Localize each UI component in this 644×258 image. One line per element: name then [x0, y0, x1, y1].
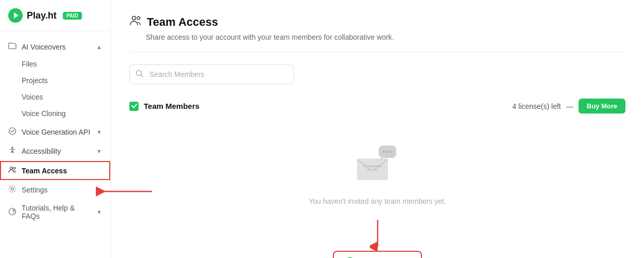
add-members-area: Add Members [333, 220, 422, 258]
svg-line-13 [141, 75, 143, 77]
page-subtitle: Share access to your account with your t… [146, 33, 625, 41]
play-button-logo [8, 8, 23, 23]
license-info: 4 license(s) left — Buy More [513, 99, 625, 114]
sidebar-item-projects[interactable]: Projects [0, 72, 110, 89]
nav-group-voice-api: Voice Generation API ▼ [0, 123, 110, 141]
chevron-down-icon: ▼ [96, 129, 102, 135]
nav-group-ai-voiceovers: AI Voiceovers ▲ Files Projects Voices Vo… [0, 38, 110, 122]
sidebar-nav: AI Voiceovers ▲ Files Projects Voices Vo… [0, 31, 110, 258]
svg-point-18 [382, 151, 385, 153]
sidebar-item-voices[interactable]: Voices [0, 89, 110, 105]
search-input[interactable] [129, 64, 294, 84]
settings-label: Settings [22, 186, 48, 194]
settings-icon [8, 185, 16, 195]
ai-voiceovers-items: Files Projects Voices Voice Cloning [0, 56, 110, 122]
dash-separator: — [566, 102, 573, 110]
sidebar-item-settings[interactable]: Settings [0, 180, 110, 199]
tutorials-icon: ? [8, 207, 16, 217]
team-access-label: Team Access [22, 167, 67, 175]
svg-point-20 [389, 151, 392, 153]
svg-rect-16 [366, 169, 379, 171]
section-title: Team Members [129, 102, 199, 111]
checked-icon [129, 102, 139, 111]
search-icon [135, 70, 143, 79]
search-bar [129, 64, 294, 84]
buy-more-button[interactable]: Buy More [579, 99, 625, 114]
svg-point-3 [10, 167, 13, 170]
app-name: Play.ht [27, 10, 57, 21]
accessibility-label: Accessibility [22, 147, 61, 155]
accessibility-icon [8, 146, 16, 156]
chevron-down-icon-2: ▼ [96, 148, 102, 154]
sidebar: Play.ht PAID AI Voiceovers ▲ Files [0, 0, 111, 258]
empty-state: You haven't invited any team members yet… [129, 130, 625, 258]
empty-illustration [352, 140, 403, 189]
team-access-title-icon [129, 14, 142, 30]
svg-text:?: ? [12, 209, 15, 215]
team-members-header: Team Members 4 license(s) left — Buy Mor… [129, 99, 625, 114]
paid-badge: PAID [63, 12, 82, 20]
svg-rect-15 [363, 165, 382, 167]
empty-message: You haven't invited any team members yet… [309, 197, 446, 205]
team-icon [8, 166, 16, 175]
sidebar-item-accessibility[interactable]: Accessibility ▼ [0, 142, 110, 160]
sidebar-item-voice-generation-api[interactable]: Voice Generation API ▼ [0, 123, 110, 141]
licenses-left-text: 4 license(s) left [513, 102, 561, 110]
sidebar-item-voice-cloning[interactable]: Voice Cloning [0, 105, 110, 122]
logo-area: Play.ht PAID [0, 0, 110, 31]
tutorials-label: Tutorials, Help & FAQs [22, 204, 91, 220]
svg-point-4 [13, 167, 15, 169]
sidebar-item-tutorials[interactable]: ? Tutorials, Help & FAQs ▼ [0, 199, 110, 225]
svg-marker-0 [14, 12, 19, 19]
sidebar-item-files[interactable]: Files [0, 56, 110, 72]
add-members-button[interactable]: Add Members [333, 251, 422, 258]
svg-point-11 [137, 17, 140, 20]
chevron-down-icon-3: ▼ [96, 209, 102, 215]
voice-api-label: Voice Generation API [22, 128, 90, 136]
sidebar-item-ai-voiceovers[interactable]: AI Voiceovers ▲ [0, 38, 110, 56]
page-title: Team Access [129, 14, 625, 30]
ai-voiceovers-label: AI Voiceovers [22, 43, 66, 51]
svg-point-19 [386, 151, 388, 153]
svg-point-2 [12, 147, 13, 149]
svg-point-5 [11, 188, 14, 190]
api-icon [8, 127, 16, 137]
down-arrow-svg [370, 220, 385, 251]
sidebar-item-team-access[interactable]: Team Access [0, 161, 110, 180]
folder-icon [8, 42, 16, 52]
svg-point-10 [132, 17, 136, 20]
main-content: Team Access Share access to your account… [111, 0, 644, 258]
chevron-up-icon: ▲ [96, 44, 102, 50]
nav-group-accessibility: Accessibility ▼ [0, 142, 110, 160]
svg-point-1 [9, 128, 16, 135]
page-header: Team Access Share access to your account… [129, 14, 625, 52]
